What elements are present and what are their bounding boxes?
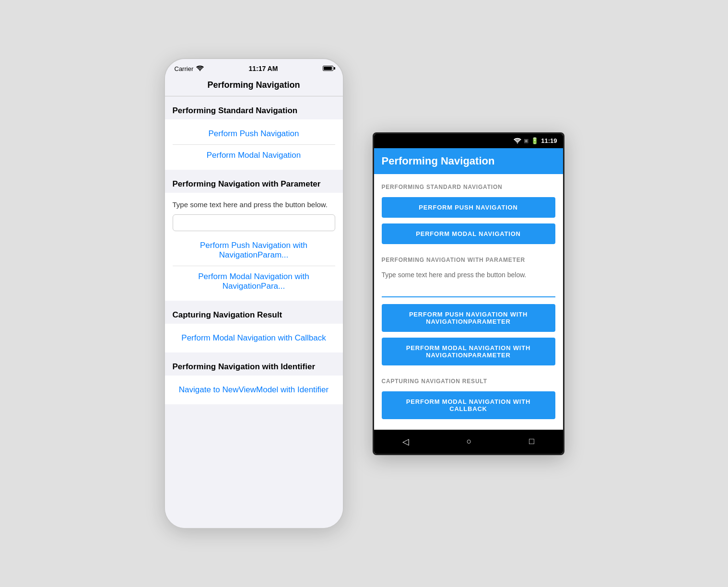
ios-time: 11:17 AM [248,65,278,72]
ios-section-header-result: Capturing Navigation Result [165,301,343,324]
ios-nav-title: Performing Navigation [207,80,300,90]
ios-modal-callback[interactable]: Perform Modal Navigation with Callback [165,328,343,349]
android-content: PERFORMING STANDARD NAVIGATION PERFORM P… [374,174,563,430]
android-battery-icon: 🔋 [531,137,539,144]
android-status-bar: ▣ 🔋 11:19 [374,134,563,148]
ios-nav-bar: Performing Navigation [165,76,343,96]
android-section-header-result: CAPTURING NAVIGATION RESULT [374,368,563,388]
ios-perform-push-nav[interactable]: Perform Push Navigation [165,123,343,144]
ios-perform-modal-nav[interactable]: Perform Modal Navigation [165,145,343,166]
ios-modal-nav-param[interactable]: Perform Modal Navigation with Navigation… [165,266,343,297]
ios-param-description: Type some text here and press the button… [165,197,343,211]
android-recents-button[interactable]: □ [529,436,534,446]
android-modal-btn-container: PERFORM MODAL NAVIGATION [374,221,563,247]
ios-content: Performing Standard Navigation Perform P… [165,96,343,528]
android-toolbar: Performing Navigation [374,148,563,174]
svg-point-0 [200,70,200,70]
android-spacer [374,422,563,430]
android-toolbar-title: Performing Navigation [382,155,495,167]
ios-section-body-standard: Perform Push Navigation Perform Modal Na… [165,119,343,170]
ios-section-header-standard: Performing Standard Navigation [165,96,343,119]
ios-device: Carrier 11:17 AM Performing Navigation P… [164,58,344,529]
android-text-input[interactable] [382,282,555,297]
ios-wifi-icon [196,65,204,72]
ios-carrier: Carrier [175,65,194,72]
ios-section-body-param: Type some text here and press the button… [165,193,343,301]
android-device: ▣ 🔋 11:19 Performing Navigation PERFORMI… [373,132,564,455]
android-home-button[interactable]: ○ [467,436,472,446]
ios-nav-identifier[interactable]: Navigate to NewViewModel with Identifier [165,379,343,400]
android-perform-modal-nav[interactable]: PERFORM MODAL NAVIGATION [382,223,555,244]
android-modal-param-btn-container: PERFORM MODAL NAVIGATION WITH NAVIGATION… [374,335,563,368]
ios-input-container [165,211,343,235]
android-signal-icon: ▣ [524,138,528,144]
android-callback-btn-container: PERFORM MODAL NAVIGATION WITH CALLBACK [374,388,563,422]
android-push-btn-container: PERFORM PUSH NAVIGATION [374,194,563,221]
android-section-header-param: PERFORMING NAVIGATION WITH PARAMETER [374,247,563,267]
android-push-param-btn-container: PERFORM PUSH NAVIGATION WITH NAVIGATIONP… [374,301,563,335]
ios-push-nav-param[interactable]: Perform Push Navigation with NavigationP… [165,235,343,266]
android-time: 11:19 [541,137,557,144]
ios-battery-icon [323,65,333,72]
ios-status-bar: Carrier 11:17 AM [165,59,343,76]
android-section-header-standard: PERFORMING STANDARD NAVIGATION [374,174,563,194]
android-param-description: Type some text here and press the button… [374,267,563,281]
android-back-button[interactable]: ◁ [402,436,409,447]
ios-section-body-identifier: Navigate to NewViewModel with Identifier [165,376,343,404]
ios-text-input[interactable] [173,214,335,231]
ios-status-left: Carrier [175,65,204,72]
android-nav-bar: ◁ ○ □ [374,430,563,454]
ios-section-header-identifier: Performing Navigation with Identifier [165,352,343,376]
ios-status-right [323,65,333,72]
android-push-nav-param[interactable]: PERFORM PUSH NAVIGATION WITH NAVIGATIONP… [382,304,555,332]
android-input-container [374,281,563,301]
ios-section-body-result: Perform Modal Navigation with Callback [165,324,343,352]
ios-section-header-param: Performing Navigation with Parameter [165,170,343,193]
android-wifi-icon [514,137,521,145]
android-status-icons: ▣ 🔋 11:19 [514,137,557,145]
android-perform-push-nav[interactable]: PERFORM PUSH NAVIGATION [382,197,555,218]
android-modal-callback[interactable]: PERFORM MODAL NAVIGATION WITH CALLBACK [382,391,555,419]
android-modal-nav-param[interactable]: PERFORM MODAL NAVIGATION WITH NAVIGATION… [382,338,555,365]
svg-point-1 [517,142,518,143]
